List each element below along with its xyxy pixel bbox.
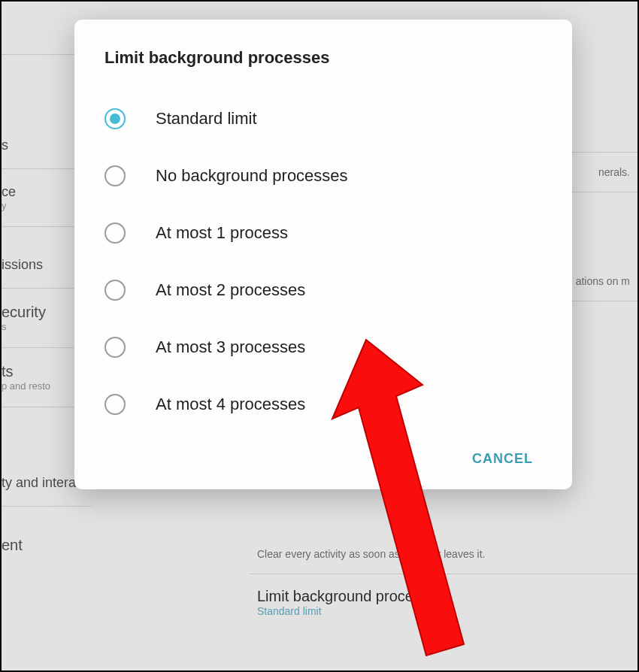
radio-option-at-most-2[interactable]: At most 2 processes — [104, 262, 542, 319]
radio-button-icon — [104, 108, 126, 129]
radio-label: At most 1 process — [156, 223, 288, 243]
dialog-title: Limit background processes — [104, 48, 542, 68]
radio-button-icon — [104, 222, 126, 244]
radio-button-icon — [104, 280, 126, 301]
radio-label: At most 2 processes — [156, 280, 305, 300]
radio-option-at-most-3[interactable]: At most 3 processes — [104, 319, 542, 376]
radio-label: No background processes — [156, 166, 348, 186]
radio-option-at-most-1[interactable]: At most 1 process — [104, 204, 542, 262]
dialog-actions: CANCEL — [104, 433, 542, 474]
radio-label: At most 3 processes — [156, 338, 305, 357]
radio-label: Standard limit — [156, 109, 257, 129]
radio-option-no-background[interactable]: No background processes — [104, 147, 542, 204]
radio-option-at-most-4[interactable]: At most 4 processes — [104, 376, 542, 433]
radio-dot-icon — [110, 114, 120, 124]
radio-label: At most 4 processes — [156, 395, 305, 414]
limit-processes-dialog: Limit background processes Standard limi… — [74, 20, 572, 489]
radio-button-icon — [104, 337, 126, 358]
radio-button-icon — [104, 165, 126, 186]
cancel-button[interactable]: CANCEL — [472, 451, 533, 467]
radio-button-icon — [104, 394, 126, 415]
radio-list: Standard limit No background processes A… — [104, 90, 542, 433]
dialog-scrim[interactable]: Limit background processes Standard limi… — [2, 2, 637, 670]
radio-option-standard-limit[interactable]: Standard limit — [104, 90, 542, 147]
